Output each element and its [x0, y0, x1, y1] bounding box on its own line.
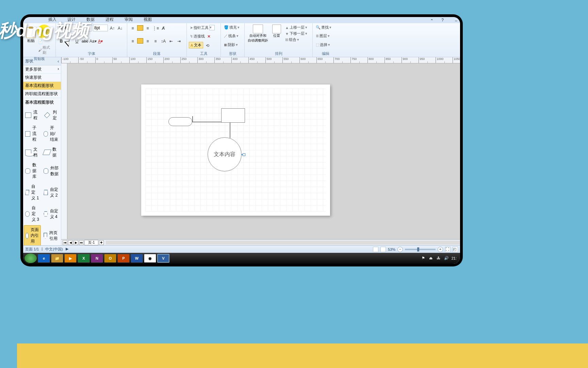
tab-process[interactable]: 进程 — [101, 17, 118, 23]
taskbar-outlook[interactable]: O — [104, 254, 116, 263]
more-shapes-row[interactable]: 更多形状› — [23, 65, 61, 74]
select-button[interactable]: ⬚选择▾ — [315, 42, 337, 48]
taskbar-chrome[interactable]: ◉ — [144, 254, 156, 263]
pan-zoom-button[interactable]: ◰ — [453, 247, 458, 252]
tray-volume-icon[interactable]: 🔊 — [444, 256, 449, 261]
tab-view[interactable]: 视图 — [139, 17, 157, 23]
shape-custom4[interactable]: 自定义 4 — [42, 204, 60, 224]
view-normal-button[interactable] — [373, 247, 378, 252]
bring-forward-button[interactable]: ▲上移一层▾ — [284, 25, 308, 30]
collapse-icon[interactable]: ‹ — [58, 59, 59, 64]
zoom-slider[interactable] — [405, 249, 436, 250]
minimize-ribbon-icon[interactable]: ⌃ — [425, 17, 435, 23]
send-backward-button[interactable]: ▼下移一层▾ — [284, 31, 308, 36]
taskbar-powerpoint[interactable]: P — [117, 254, 130, 263]
taskbar-word[interactable]: W — [131, 254, 143, 263]
tray-network-icon[interactable]: 🖧 — [437, 256, 441, 261]
align-left-button[interactable]: ≡ — [129, 37, 136, 44]
shape-external-data[interactable]: 外部数据 — [42, 161, 60, 181]
increase-font-button[interactable]: A↑ — [109, 25, 116, 31]
align-right-button[interactable]: ≡ — [144, 37, 151, 44]
tab-review[interactable]: 审阅 — [120, 17, 137, 23]
text-direction-button[interactable]: ↕A — [160, 37, 167, 44]
drawing-page[interactable]: 文本内容 — [141, 85, 330, 216]
zoom-percent[interactable]: 53% — [388, 247, 395, 251]
process-shape[interactable] — [221, 108, 245, 123]
language-indicator[interactable]: 中文(中国) — [45, 247, 63, 252]
shape-text[interactable]: 文本内容 — [214, 151, 235, 158]
tray-action-icon[interactable]: ⏏ — [429, 256, 434, 261]
shape-terminator[interactable]: 开始/结束 — [42, 124, 60, 144]
justify-button[interactable]: ≡ — [152, 37, 159, 44]
canvas[interactable]: 文本内容 — [61, 63, 460, 239]
group-button[interactable]: ⊞组合▾ — [284, 37, 308, 43]
taskbar-onenote[interactable]: N — [91, 254, 103, 263]
close-icon[interactable]: ✕ — [206, 33, 212, 40]
basic-flowchart-row[interactable]: 基本流程图形状 — [23, 82, 61, 90]
dropdown-icon[interactable]: ▾ — [209, 25, 215, 30]
decrease-font-button[interactable]: A↓ — [117, 25, 124, 31]
shape-database[interactable]: 数据库 — [24, 161, 41, 181]
decrease-indent-button[interactable]: ⇤ — [168, 37, 175, 44]
format-painter-button[interactable]: 🖌 格式刷 — [37, 45, 53, 56]
next-page-button[interactable]: ▶ — [74, 240, 78, 245]
line-button[interactable]: ／线条▾ — [223, 33, 242, 39]
connector[interactable] — [230, 123, 230, 138]
last-page-button[interactable]: ⏭ — [79, 240, 84, 245]
clear-format-button[interactable]: A̸ — [160, 25, 167, 31]
shape-offpage-ref[interactable]: 跨页引用 — [42, 225, 60, 245]
terminator-shape[interactable] — [168, 117, 192, 126]
fill-color-button[interactable] — [137, 25, 143, 31]
view-full-button[interactable] — [380, 247, 386, 252]
fill-button[interactable]: 🪣填充▾ — [223, 25, 242, 30]
quick-shapes-row[interactable]: 快速形状 — [23, 74, 61, 82]
taskbar-ie[interactable]: e — [38, 254, 50, 263]
taskbar-explorer[interactable]: 📁 — [51, 254, 63, 263]
pointer-tool-button[interactable]: ➤指针工具▾ — [189, 25, 218, 31]
connector[interactable] — [192, 116, 193, 122]
shape-custom3[interactable]: 自定义 3 — [24, 204, 41, 224]
connector[interactable] — [192, 122, 221, 122]
bullets-button[interactable]: ⋮≡ — [152, 25, 159, 31]
shape-custom2[interactable]: 自定义 2 — [42, 182, 60, 202]
position-button[interactable]: 位置 — [271, 25, 282, 38]
shape-decision[interactable]: 判定 — [42, 108, 60, 122]
connector-tool-button[interactable]: ↯连接线✕ — [189, 32, 218, 40]
onpage-ref-shape[interactable]: 文本内容 — [208, 137, 242, 171]
change-case-button[interactable]: Aa▾ — [89, 37, 96, 44]
taskbar-excel[interactable]: X — [78, 254, 90, 263]
font-size-select[interactable] — [93, 25, 108, 31]
new-page-button[interactable]: ✚ — [99, 240, 104, 245]
start-button[interactable] — [24, 254, 37, 263]
shape-custom1[interactable]: 自定义 1 — [24, 182, 41, 202]
zoom-out-button[interactable]: − — [397, 247, 403, 252]
shape-process[interactable]: 流程 — [24, 108, 41, 122]
shadow-button[interactable]: ◼阴影▾ — [223, 42, 242, 48]
taskbar-media[interactable]: ▶ — [64, 254, 77, 263]
horizontal-scrollbar[interactable] — [106, 241, 460, 245]
shape-data[interactable]: 数据 — [42, 145, 60, 159]
text-tool-button[interactable]: A文本 — [189, 42, 203, 48]
shape-onpage-ref[interactable]: 页面内引用 — [24, 225, 41, 245]
find-button[interactable]: 🔍查找▾ — [315, 25, 337, 30]
taskbar-visio[interactable]: V — [157, 254, 169, 263]
resize-handle[interactable] — [241, 154, 244, 155]
window-minimize-icon[interactable]: – — [450, 17, 460, 23]
page-tab-1[interactable]: 页-1 — [84, 240, 98, 245]
align-top-button[interactable]: ≡ — [129, 25, 136, 31]
cross-functional-row[interactable]: 跨职能流程图形状 — [23, 90, 61, 98]
tray-flag-icon[interactable]: ⚑ — [422, 256, 426, 261]
macro-icon[interactable]: ▶ — [66, 247, 68, 252]
align-middle-button[interactable]: ≡ — [144, 25, 151, 31]
rotate-button[interactable]: ⟲ — [204, 42, 211, 49]
shape-subprocess[interactable]: 子流程 — [24, 124, 41, 144]
font-color-button[interactable]: A▾ — [97, 37, 104, 44]
fit-window-button[interactable]: ⛶ — [445, 247, 451, 252]
prev-page-button[interactable]: ◀ — [68, 240, 73, 245]
zoom-in-button[interactable]: + — [438, 247, 443, 252]
increase-indent-button[interactable]: ⇥ — [176, 37, 182, 44]
first-page-button[interactable]: ⏮ — [63, 240, 67, 245]
layers-button[interactable]: ≣图层▾ — [315, 33, 337, 39]
help-icon[interactable]: ? — [437, 17, 448, 23]
taskbar-clock[interactable]: 21: — [452, 256, 457, 260]
